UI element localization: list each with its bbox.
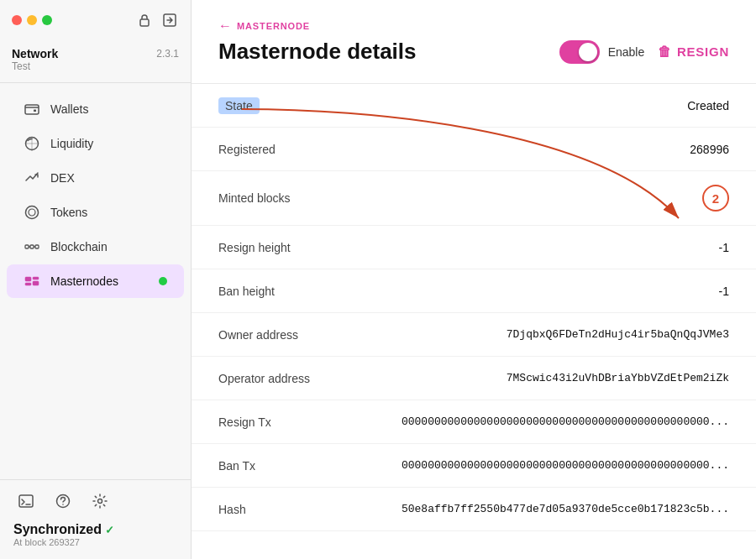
minted-blocks-value: 2	[702, 185, 729, 212]
ban-tx-label: Ban Tx	[218, 459, 336, 473]
svg-rect-2	[25, 105, 39, 114]
svg-point-16	[62, 504, 64, 505]
breadcrumb: ← MASTERNODE	[218, 18, 729, 34]
sync-block: At block 269327	[13, 537, 177, 547]
sidebar-item-tokens[interactable]: Tokens	[7, 196, 184, 229]
enable-toggle-wrap: Enable	[559, 40, 645, 64]
liquidity-icon	[24, 135, 40, 152]
settings-icon[interactable]	[87, 488, 113, 514]
help-icon[interactable]	[50, 488, 76, 514]
detail-row-owner-address: Owner address 7DjqbxQ6FDeTn2dHujc4ir5baQ…	[192, 313, 756, 357]
network-name: Network	[12, 47, 58, 60]
state-value: Created	[687, 99, 729, 112]
sidebar-item-masternodes-label: Masternodes	[50, 274, 118, 288]
operator-address-label: Operator address	[218, 372, 336, 385]
sidebar-item-dex-label: DEX	[50, 171, 75, 185]
enable-toggle[interactable]	[559, 40, 600, 64]
state-label: State	[218, 99, 336, 112]
sidebar-item-liquidity-label: Liquidity	[50, 137, 93, 150]
bottom-actions	[13, 488, 177, 514]
detail-row-ban-height: Ban height -1	[192, 269, 756, 313]
resign-height-value: -1	[719, 241, 729, 254]
enable-label: Enable	[608, 45, 645, 59]
sidebar-item-blockchain-label: Blockchain	[50, 240, 108, 253]
detail-row-hash: Hash 50e8affb7ff2550b477de7d05a9370de5cc…	[192, 488, 756, 531]
lock-icon[interactable]	[135, 11, 154, 29]
page-title: Masternode details	[218, 39, 417, 65]
sidebar: Network 2.3.1 Test Wallets	[0, 0, 192, 559]
sidebar-item-masternodes[interactable]: Masternodes	[7, 264, 184, 298]
terminal-icon[interactable]	[13, 488, 39, 514]
hash-label: Hash	[218, 503, 336, 516]
owner-address-value: 7DjqbxQ6FDeTn2dHujc4ir5baQnQqJVMe3	[507, 328, 729, 341]
ban-tx-value: 0000000000000000000000000000000000000000…	[402, 459, 729, 472]
nav-items: Wallets Liquidity DEX	[0, 83, 191, 479]
toggle-knob	[579, 43, 597, 61]
tokens-icon	[24, 204, 40, 221]
sidebar-item-liquidity[interactable]: Liquidity	[7, 127, 184, 160]
detail-row-operator-address: Operator address 7MScwic43i2uVhDBriaYbbV…	[192, 357, 756, 400]
state-highlight: State	[218, 97, 260, 114]
page-header-row: Masternode details Enable 🗑 RESIGN	[218, 39, 729, 65]
resign-tx-label: Resign Tx	[218, 415, 336, 429]
svg-rect-8	[30, 245, 34, 248]
titlebar	[0, 0, 191, 40]
svg-rect-9	[35, 245, 39, 248]
sidebar-item-dex[interactable]: DEX	[7, 161, 184, 195]
sidebar-item-tokens-label: Tokens	[50, 206, 87, 219]
resign-button[interactable]: 🗑 RESIGN	[658, 44, 729, 60]
network-version: 2.3.1	[156, 48, 179, 60]
detail-row-resign-tx: Resign Tx 000000000000000000000000000000…	[192, 400, 756, 444]
hash-value: 50e8affb7ff2550b477de7d05a9370de5cce0b17…	[402, 503, 729, 515]
svg-rect-10	[25, 277, 31, 281]
operator-address-value: 7MScwic43i2uVhDBriaYbbVZdEtPem2iZk	[507, 372, 729, 384]
header-actions: Enable 🗑 RESIGN	[559, 40, 729, 64]
registered-value: 268996	[690, 143, 729, 156]
sidebar-header-icons	[135, 11, 179, 29]
resign-label: RESIGN	[677, 44, 729, 59]
sidebar-bottom: Synchronized ✓ At block 269327	[0, 479, 191, 559]
sync-check-icon: ✓	[105, 524, 114, 536]
detail-row-state: State Created	[192, 84, 756, 128]
detail-row-resign-height: Resign height -1	[192, 226, 756, 269]
trash-icon: 🗑	[658, 44, 672, 60]
details-area: State Created Registered 268996 Minted b…	[192, 84, 756, 559]
sync-label: Synchronized ✓	[13, 522, 177, 537]
network-section: Network 2.3.1 Test	[0, 40, 191, 83]
sidebar-item-wallets[interactable]: Wallets	[7, 92, 184, 126]
import-icon[interactable]	[160, 11, 179, 29]
svg-rect-13	[33, 281, 39, 285]
top-bar: ← MASTERNODE Masternode details Enable 🗑…	[192, 0, 756, 84]
svg-rect-0	[140, 19, 149, 26]
masternodes-icon	[24, 273, 40, 290]
detail-row-registered: Registered 268996	[192, 128, 756, 171]
svg-rect-3	[34, 110, 36, 112]
owner-address-label: Owner address	[218, 328, 336, 342]
minimize-button[interactable]	[27, 15, 37, 25]
resign-tx-value: 0000000000000000000000000000000000000000…	[402, 415, 729, 428]
maximize-button[interactable]	[42, 15, 52, 25]
detail-row-ban-tx: Ban Tx 000000000000000000000000000000000…	[192, 444, 756, 488]
blockchain-icon	[24, 238, 40, 255]
svg-rect-11	[25, 283, 31, 285]
wallet-icon	[24, 101, 40, 118]
svg-rect-7	[25, 245, 29, 248]
ban-height-value: -1	[719, 285, 729, 298]
svg-rect-12	[33, 277, 39, 280]
ban-height-label: Ban height	[218, 285, 336, 298]
masternodes-badge	[159, 277, 167, 285]
detail-row-minted-blocks: Minted blocks 2	[192, 171, 756, 226]
back-button[interactable]: ←	[218, 18, 232, 34]
svg-point-5	[26, 206, 39, 219]
close-button[interactable]	[12, 15, 22, 25]
sidebar-item-blockchain[interactable]: Blockchain	[7, 230, 184, 264]
sidebar-item-wallets-label: Wallets	[50, 102, 88, 116]
dex-icon	[24, 170, 40, 186]
svg-point-6	[29, 209, 35, 216]
registered-label: Registered	[218, 143, 336, 156]
svg-rect-14	[19, 495, 33, 507]
svg-point-17	[98, 499, 102, 504]
network-sub: Test	[12, 60, 179, 72]
main-content: ← MASTERNODE Masternode details Enable 🗑…	[192, 0, 756, 559]
traffic-lights	[12, 15, 52, 25]
